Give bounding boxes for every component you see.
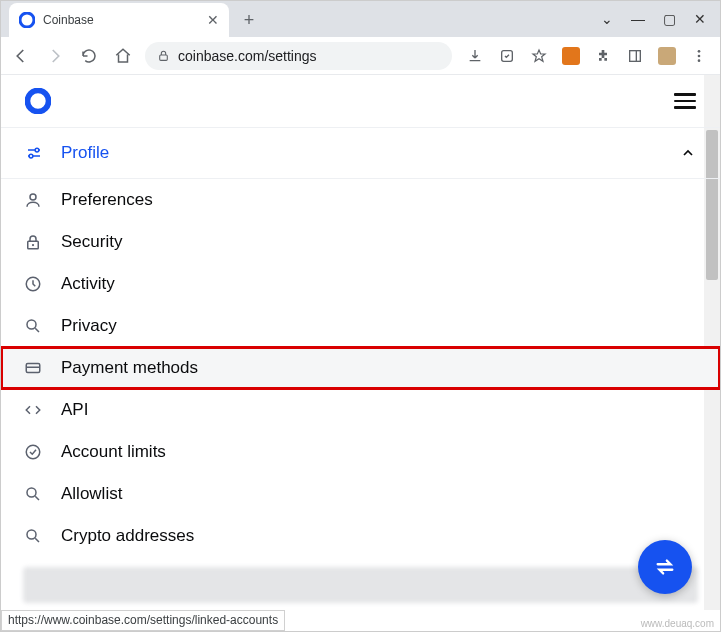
back-button[interactable] — [9, 44, 33, 68]
lock-icon — [23, 232, 43, 252]
reload-button[interactable] — [77, 44, 101, 68]
clock-icon — [23, 274, 43, 294]
browser-titlebar: Coinbase ✕ + ⌄ — ▢ ✕ — [1, 1, 720, 37]
svg-point-10 — [29, 154, 33, 158]
check-circle-icon — [23, 442, 43, 462]
menu-label: Allowlist — [61, 484, 122, 504]
svg-point-11 — [30, 194, 36, 200]
svg-point-18 — [26, 445, 40, 459]
close-icon[interactable]: ✕ — [207, 12, 219, 28]
svg-point-13 — [32, 244, 34, 246]
svg-point-5 — [698, 50, 701, 53]
toolbar-actions — [462, 47, 712, 65]
swap-icon — [654, 556, 676, 578]
menu-label: Privacy — [61, 316, 117, 336]
menu-item-api[interactable]: API — [1, 389, 720, 431]
forward-button[interactable] — [43, 44, 67, 68]
coinbase-logo[interactable] — [25, 88, 51, 114]
status-bar: https://www.coinbase.com/settings/linked… — [1, 610, 285, 631]
browser-tab[interactable]: Coinbase ✕ — [9, 3, 229, 37]
caret-down-icon[interactable]: ⌄ — [601, 11, 613, 27]
sliders-icon — [25, 144, 43, 162]
browser-toolbar: coinbase.com/settings — [1, 37, 720, 75]
metamask-extension-icon[interactable] — [562, 47, 580, 65]
search-icon — [23, 484, 43, 504]
menu-label: Crypto addresses — [61, 526, 194, 546]
svg-point-20 — [27, 530, 36, 539]
menu-label: Account limits — [61, 442, 166, 462]
menu-label: Activity — [61, 274, 115, 294]
menu-item-crypto-addresses[interactable]: Crypto addresses — [1, 515, 720, 557]
menu-label: Preferences — [61, 190, 153, 210]
menu-item-activity[interactable]: Activity — [1, 263, 720, 305]
menu-label: Security — [61, 232, 122, 252]
menu-item-security[interactable]: Security — [1, 221, 720, 263]
tab-title: Coinbase — [43, 13, 199, 27]
trade-fab-button[interactable] — [638, 540, 692, 594]
svg-rect-3 — [630, 50, 641, 61]
home-button[interactable] — [111, 44, 135, 68]
menu-item-payment-methods[interactable]: Payment methods — [1, 347, 720, 389]
app-header — [1, 75, 720, 127]
menu-label: API — [61, 400, 88, 420]
code-icon — [23, 400, 43, 420]
window-close-icon[interactable]: ✕ — [694, 11, 706, 27]
settings-menu: Preferences Security Activity Privacy Pa… — [1, 179, 720, 557]
profile-section-header[interactable]: Profile — [1, 127, 720, 179]
svg-point-15 — [27, 320, 36, 329]
url-text: coinbase.com/settings — [178, 48, 317, 64]
section-title: Profile — [61, 143, 109, 163]
svg-point-0 — [20, 13, 34, 27]
svg-point-6 — [698, 54, 701, 57]
svg-point-7 — [698, 59, 701, 62]
svg-point-8 — [27, 90, 48, 111]
coinbase-favicon — [19, 12, 35, 28]
new-tab-button[interactable]: + — [235, 6, 263, 34]
menu-label: Payment methods — [61, 358, 198, 378]
chevron-up-icon — [680, 145, 696, 161]
address-bar[interactable]: coinbase.com/settings — [145, 42, 452, 70]
sidepanel-icon[interactable] — [626, 47, 644, 65]
star-icon[interactable] — [530, 47, 548, 65]
menu-item-privacy[interactable]: Privacy — [1, 305, 720, 347]
window-controls: ⌄ — ▢ ✕ — [601, 11, 720, 37]
hamburger-menu-button[interactable] — [674, 90, 696, 112]
user-icon — [23, 190, 43, 210]
svg-rect-1 — [160, 55, 168, 60]
status-url: https://www.coinbase.com/settings/linked… — [8, 613, 278, 627]
redacted-email — [23, 567, 698, 603]
menu-icon[interactable] — [690, 47, 708, 65]
svg-point-19 — [27, 488, 36, 497]
share-icon[interactable] — [498, 47, 516, 65]
minimize-icon[interactable]: — — [631, 11, 645, 27]
card-icon — [23, 358, 43, 378]
maximize-icon[interactable]: ▢ — [663, 11, 676, 27]
svg-point-9 — [35, 148, 39, 152]
menu-item-account-limits[interactable]: Account limits — [1, 431, 720, 473]
lock-icon — [157, 49, 170, 62]
extension-icon[interactable] — [658, 47, 676, 65]
menu-item-preferences[interactable]: Preferences — [1, 179, 720, 221]
search-icon — [23, 316, 43, 336]
menu-item-allowlist[interactable]: Allowlist — [1, 473, 720, 515]
download-icon[interactable] — [466, 47, 484, 65]
watermark: www.deuaq.com — [641, 618, 714, 629]
search-icon — [23, 526, 43, 546]
page-content: Profile Preferences Security Activity Pr… — [1, 75, 720, 610]
extensions-icon[interactable] — [594, 47, 612, 65]
